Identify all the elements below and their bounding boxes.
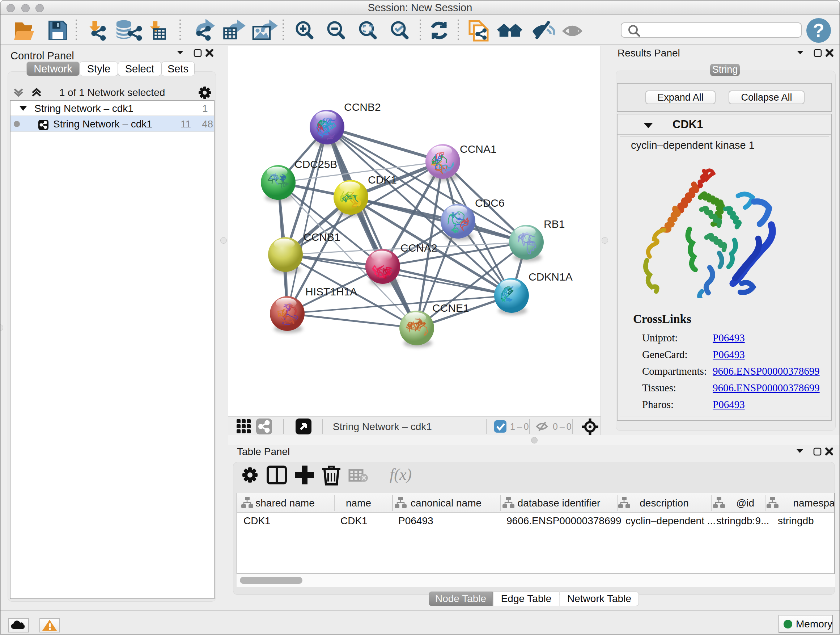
svg-text:CDC25B: CDC25B bbox=[294, 158, 337, 170]
svg-text:CDC6: CDC6 bbox=[475, 197, 505, 209]
svg-text:shared name: shared name bbox=[256, 497, 314, 509]
svg-text:name: name bbox=[346, 497, 371, 509]
svg-text:1 – 0: 1 – 0 bbox=[510, 421, 529, 432]
svg-text:@id: @id bbox=[736, 497, 754, 509]
svg-text:CCNE1: CCNE1 bbox=[432, 302, 469, 314]
svg-text:description: description bbox=[639, 497, 688, 509]
svg-text:CCNA1: CCNA1 bbox=[460, 143, 497, 155]
svg-text:RB1: RB1 bbox=[544, 218, 565, 230]
svg-text:namespac: namespac bbox=[793, 497, 834, 509]
svg-text:CDK1: CDK1 bbox=[368, 174, 397, 186]
svg-text:?: ? bbox=[813, 20, 824, 41]
svg-text:f(x): f(x) bbox=[390, 466, 412, 483]
svg-text:0 – 0: 0 – 0 bbox=[553, 421, 572, 432]
svg-text:CCNB2: CCNB2 bbox=[344, 101, 381, 113]
svg-text:String Network – cdk1: String Network – cdk1 bbox=[333, 421, 432, 432]
svg-text:CDKN1A: CDKN1A bbox=[529, 271, 573, 283]
svg-text:canonical name: canonical name bbox=[411, 497, 482, 509]
svg-text:HIST1H1A: HIST1H1A bbox=[305, 286, 357, 298]
svg-text:database identifier: database identifier bbox=[518, 497, 600, 509]
svg-text:CCNB1: CCNB1 bbox=[303, 231, 340, 243]
svg-text:CCNA2: CCNA2 bbox=[401, 242, 437, 254]
